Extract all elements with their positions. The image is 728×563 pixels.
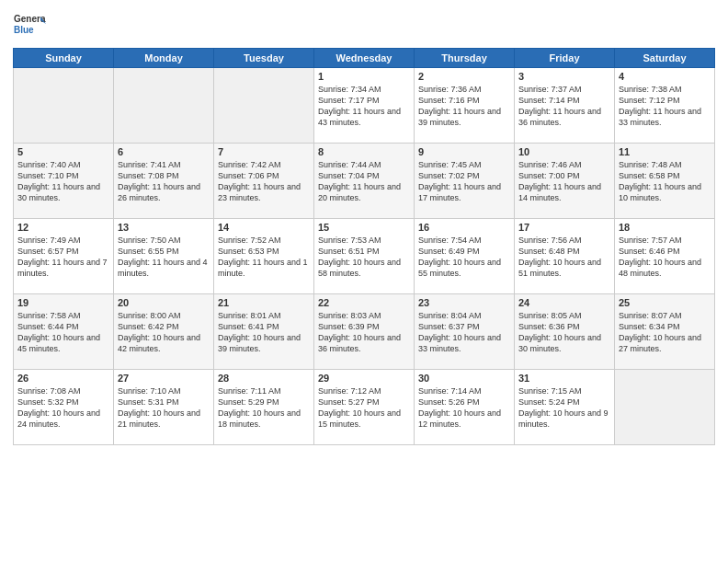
day-number: 13 <box>118 222 210 233</box>
calendar-cell: 12Sunrise: 7:49 AM Sunset: 6:57 PM Dayli… <box>14 219 114 294</box>
day-number: 30 <box>418 373 510 384</box>
day-info: Sunrise: 7:56 AM Sunset: 6:48 PM Dayligh… <box>518 235 610 280</box>
calendar-cell: 30Sunrise: 7:14 AM Sunset: 5:26 PM Dayli… <box>415 370 515 445</box>
logo: General Blue <box>13 9 46 42</box>
weekday-header: Sunday <box>14 49 114 68</box>
day-info: Sunrise: 8:07 AM Sunset: 6:34 PM Dayligh… <box>619 310 711 355</box>
calendar-cell: 28Sunrise: 7:11 AM Sunset: 5:29 PM Dayli… <box>214 370 314 445</box>
weekday-header: Wednesday <box>314 49 415 68</box>
day-number: 24 <box>518 297 610 308</box>
day-number: 14 <box>218 222 310 233</box>
day-info: Sunrise: 7:50 AM Sunset: 6:55 PM Dayligh… <box>118 235 210 280</box>
day-number: 27 <box>118 373 210 384</box>
day-info: Sunrise: 7:10 AM Sunset: 5:31 PM Dayligh… <box>118 385 210 431</box>
day-info: Sunrise: 7:53 AM Sunset: 6:51 PM Dayligh… <box>318 235 410 280</box>
day-number: 29 <box>318 373 410 384</box>
day-number: 3 <box>518 71 610 82</box>
calendar-table: SundayMondayTuesdayWednesdayThursdayFrid… <box>13 48 715 445</box>
day-number: 11 <box>619 146 711 157</box>
day-info: Sunrise: 7:45 AM Sunset: 7:02 PM Dayligh… <box>418 159 510 204</box>
day-number: 26 <box>17 373 109 384</box>
day-info: Sunrise: 7:57 AM Sunset: 6:46 PM Dayligh… <box>619 235 711 280</box>
calendar-cell <box>214 68 314 144</box>
day-info: Sunrise: 7:11 AM Sunset: 5:29 PM Dayligh… <box>218 385 310 431</box>
calendar-cell: 16Sunrise: 7:54 AM Sunset: 6:49 PM Dayli… <box>415 219 515 294</box>
day-info: Sunrise: 7:49 AM Sunset: 6:57 PM Dayligh… <box>17 235 109 280</box>
svg-text:Blue: Blue <box>14 25 34 35</box>
day-info: Sunrise: 8:05 AM Sunset: 6:36 PM Dayligh… <box>518 310 610 355</box>
day-info: Sunrise: 7:52 AM Sunset: 6:53 PM Dayligh… <box>218 235 310 280</box>
day-number: 17 <box>518 222 610 233</box>
calendar-cell: 1Sunrise: 7:34 AM Sunset: 7:17 PM Daylig… <box>314 68 415 144</box>
calendar-cell: 24Sunrise: 8:05 AM Sunset: 6:36 PM Dayli… <box>515 294 615 370</box>
day-number: 23 <box>418 297 510 308</box>
day-number: 4 <box>619 71 711 82</box>
day-info: Sunrise: 7:46 AM Sunset: 7:00 PM Dayligh… <box>518 159 610 204</box>
weekday-header: Thursday <box>415 49 515 68</box>
calendar-cell: 11Sunrise: 7:48 AM Sunset: 6:58 PM Dayli… <box>615 144 715 219</box>
day-info: Sunrise: 7:58 AM Sunset: 6:44 PM Dayligh… <box>17 310 109 355</box>
day-info: Sunrise: 7:41 AM Sunset: 7:08 PM Dayligh… <box>118 159 210 204</box>
day-info: Sunrise: 8:03 AM Sunset: 6:39 PM Dayligh… <box>318 310 410 355</box>
day-info: Sunrise: 7:44 AM Sunset: 7:04 PM Dayligh… <box>318 159 410 204</box>
header: General Blue <box>13 9 715 42</box>
calendar-cell: 13Sunrise: 7:50 AM Sunset: 6:55 PM Dayli… <box>114 219 214 294</box>
calendar-cell <box>114 68 214 144</box>
calendar-week-row: 26Sunrise: 7:08 AM Sunset: 5:32 PM Dayli… <box>14 370 715 445</box>
calendar-cell: 5Sunrise: 7:40 AM Sunset: 7:10 PM Daylig… <box>14 144 114 219</box>
day-info: Sunrise: 7:12 AM Sunset: 5:27 PM Dayligh… <box>318 385 410 431</box>
calendar-cell: 27Sunrise: 7:10 AM Sunset: 5:31 PM Dayli… <box>114 370 214 445</box>
calendar-cell: 25Sunrise: 8:07 AM Sunset: 6:34 PM Dayli… <box>615 294 715 370</box>
calendar-cell <box>14 68 114 144</box>
calendar-cell: 31Sunrise: 7:15 AM Sunset: 5:24 PM Dayli… <box>515 370 615 445</box>
weekday-header-row: SundayMondayTuesdayWednesdayThursdayFrid… <box>14 49 715 68</box>
day-number: 6 <box>118 146 210 157</box>
calendar-cell: 10Sunrise: 7:46 AM Sunset: 7:00 PM Dayli… <box>515 144 615 219</box>
day-number: 2 <box>418 71 510 82</box>
calendar-cell: 20Sunrise: 8:00 AM Sunset: 6:42 PM Dayli… <box>114 294 214 370</box>
day-info: Sunrise: 7:08 AM Sunset: 5:32 PM Dayligh… <box>17 385 109 431</box>
calendar-cell: 9Sunrise: 7:45 AM Sunset: 7:02 PM Daylig… <box>415 144 515 219</box>
day-number: 21 <box>218 297 310 308</box>
day-info: Sunrise: 7:38 AM Sunset: 7:12 PM Dayligh… <box>619 84 711 129</box>
calendar-cell: 3Sunrise: 7:37 AM Sunset: 7:14 PM Daylig… <box>515 68 615 144</box>
calendar-cell: 17Sunrise: 7:56 AM Sunset: 6:48 PM Dayli… <box>515 219 615 294</box>
weekday-header: Monday <box>114 49 214 68</box>
day-number: 31 <box>518 373 610 384</box>
day-number: 28 <box>218 373 310 384</box>
calendar-cell: 23Sunrise: 8:04 AM Sunset: 6:37 PM Dayli… <box>415 294 515 370</box>
day-number: 22 <box>318 297 410 308</box>
day-info: Sunrise: 7:54 AM Sunset: 6:49 PM Dayligh… <box>418 235 510 280</box>
calendar-cell: 4Sunrise: 7:38 AM Sunset: 7:12 PM Daylig… <box>615 68 715 144</box>
day-number: 10 <box>518 146 610 157</box>
day-info: Sunrise: 7:14 AM Sunset: 5:26 PM Dayligh… <box>418 385 510 431</box>
day-info: Sunrise: 7:37 AM Sunset: 7:14 PM Dayligh… <box>518 84 610 129</box>
day-info: Sunrise: 7:48 AM Sunset: 6:58 PM Dayligh… <box>619 159 711 204</box>
day-number: 12 <box>17 222 109 233</box>
calendar-cell: 2Sunrise: 7:36 AM Sunset: 7:16 PM Daylig… <box>415 68 515 144</box>
day-number: 16 <box>418 222 510 233</box>
calendar-cell: 15Sunrise: 7:53 AM Sunset: 6:51 PM Dayli… <box>314 219 415 294</box>
day-number: 8 <box>318 146 410 157</box>
calendar-week-row: 19Sunrise: 7:58 AM Sunset: 6:44 PM Dayli… <box>14 294 715 370</box>
calendar-cell: 19Sunrise: 7:58 AM Sunset: 6:44 PM Dayli… <box>14 294 114 370</box>
day-number: 15 <box>318 222 410 233</box>
day-number: 19 <box>17 297 109 308</box>
calendar-cell: 29Sunrise: 7:12 AM Sunset: 5:27 PM Dayli… <box>314 370 415 445</box>
day-number: 1 <box>318 71 410 82</box>
calendar-cell: 7Sunrise: 7:42 AM Sunset: 7:06 PM Daylig… <box>214 144 314 219</box>
calendar-cell: 6Sunrise: 7:41 AM Sunset: 7:08 PM Daylig… <box>114 144 214 219</box>
day-info: Sunrise: 8:00 AM Sunset: 6:42 PM Dayligh… <box>118 310 210 355</box>
weekday-header: Friday <box>515 49 615 68</box>
day-info: Sunrise: 7:36 AM Sunset: 7:16 PM Dayligh… <box>418 84 510 129</box>
calendar-cell <box>615 370 715 445</box>
day-info: Sunrise: 7:15 AM Sunset: 5:24 PM Dayligh… <box>518 385 610 431</box>
logo-svg: General Blue <box>13 9 46 42</box>
calendar-cell: 14Sunrise: 7:52 AM Sunset: 6:53 PM Dayli… <box>214 219 314 294</box>
day-number: 20 <box>118 297 210 308</box>
day-info: Sunrise: 7:34 AM Sunset: 7:17 PM Dayligh… <box>318 84 410 129</box>
calendar-cell: 22Sunrise: 8:03 AM Sunset: 6:39 PM Dayli… <box>314 294 415 370</box>
day-info: Sunrise: 8:04 AM Sunset: 6:37 PM Dayligh… <box>418 310 510 355</box>
weekday-header: Tuesday <box>214 49 314 68</box>
day-info: Sunrise: 7:40 AM Sunset: 7:10 PM Dayligh… <box>17 159 109 204</box>
